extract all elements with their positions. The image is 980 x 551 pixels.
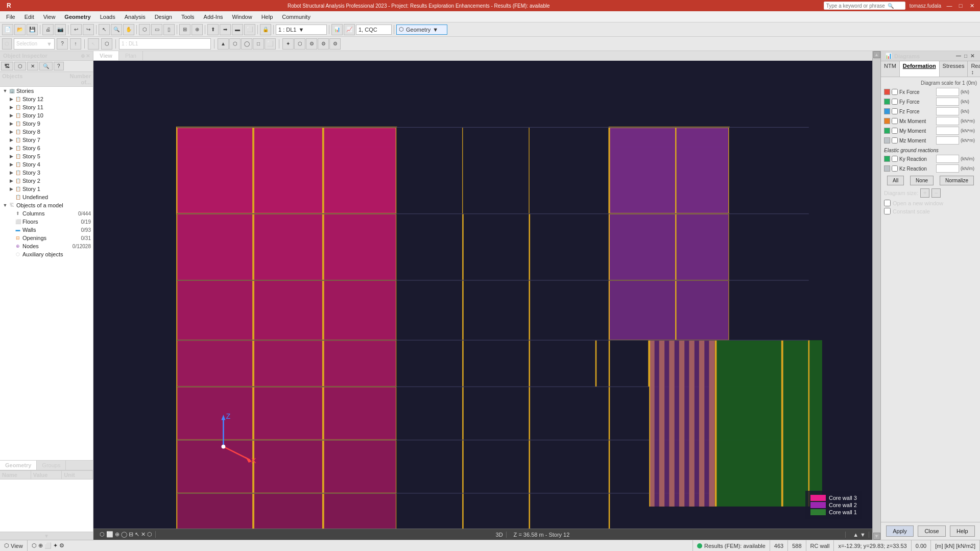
- results-button[interactable]: 📊: [331, 24, 343, 35]
- screenshot-button[interactable]: 📷: [55, 24, 66, 35]
- tree-model-root[interactable]: ▼ 🏗 Objects of a model: [0, 201, 93, 209]
- tb2-btn5[interactable]: ⬡: [229, 38, 241, 50]
- tb2-btn8[interactable]: ⬜: [265, 38, 276, 50]
- fz-input[interactable]: [936, 107, 959, 115]
- oi-icon1[interactable]: ⊕: [81, 53, 85, 59]
- save-button[interactable]: 💾: [27, 24, 38, 35]
- scroll-down[interactable]: ▼: [0, 532, 93, 540]
- scroll-down-btn[interactable]: ▼: [873, 533, 880, 540]
- zoom-button[interactable]: 🔍: [111, 24, 122, 35]
- menu-window[interactable]: Window: [228, 13, 256, 21]
- tb2-btn9[interactable]: ✦: [282, 38, 294, 50]
- menu-geometry[interactable]: Geometry: [60, 13, 94, 21]
- oi-tab4[interactable]: 🔍: [39, 62, 53, 70]
- tb2-btn13[interactable]: ⚙: [329, 38, 341, 50]
- oi-tab1[interactable]: 🏗: [1, 62, 13, 70]
- new-button[interactable]: 📄: [2, 24, 13, 35]
- fx-checkbox[interactable]: [892, 89, 898, 95]
- menu-design[interactable]: Design: [151, 13, 176, 21]
- menu-analysis[interactable]: Analysis: [121, 13, 150, 21]
- open-button[interactable]: 📂: [14, 24, 26, 35]
- size-minus-btn[interactable]: −: [931, 188, 941, 198]
- front-view-button[interactable]: ▭: [151, 24, 162, 35]
- all-button[interactable]: All: [887, 176, 904, 185]
- wall-button[interactable]: ▬: [232, 24, 243, 35]
- undo-button[interactable]: ↩: [70, 24, 82, 35]
- scroll-up-btn[interactable]: ▲: [873, 51, 880, 58]
- menu-tools[interactable]: Tools: [177, 13, 199, 21]
- mx-checkbox[interactable]: [892, 118, 898, 124]
- selection-combo[interactable]: Selection ▼: [14, 38, 55, 50]
- ky-input[interactable]: [936, 155, 959, 163]
- tb2-btn10[interactable]: ⬡: [294, 38, 305, 50]
- 3d-view-button[interactable]: ⬡: [139, 24, 150, 35]
- close-button[interactable]: ✕: [968, 2, 976, 10]
- tab-groups[interactable]: Groups: [37, 461, 66, 470]
- mz-input[interactable]: [936, 136, 959, 145]
- tb2-btn12[interactable]: ⚙: [318, 38, 329, 50]
- column-button[interactable]: ⬆: [207, 24, 219, 35]
- normalize-button[interactable]: Normalize: [940, 176, 974, 185]
- story12-expander[interactable]: ▶: [8, 97, 14, 102]
- redo-button[interactable]: ↪: [83, 24, 94, 35]
- kz-input[interactable]: [936, 164, 959, 173]
- print-button[interactable]: 🖨: [42, 24, 54, 35]
- side-view-button[interactable]: ▯: [163, 24, 175, 35]
- menu-edit[interactable]: Edit: [20, 13, 38, 21]
- lock-button[interactable]: 🔒: [260, 24, 271, 35]
- grid-button[interactable]: ⊞: [179, 24, 190, 35]
- tb2-btn1[interactable]: ?: [57, 38, 68, 50]
- tree-auxiliary[interactable]: ⬡ Auxiliary objects: [0, 250, 93, 258]
- my-checkbox[interactable]: [892, 128, 898, 134]
- scroll-arrows[interactable]: ▲ ▼: [850, 532, 869, 538]
- tree-story-1[interactable]: ▶ 📋 Story 1: [0, 185, 93, 193]
- apply-button[interactable]: Apply: [886, 525, 914, 537]
- tree-story-2[interactable]: ▶ 📋 Story 2: [0, 177, 93, 185]
- tree-story-10[interactable]: ▶ 📋 Story 10: [0, 111, 93, 119]
- tab-plan[interactable]: Plan: [119, 51, 143, 60]
- tree-area[interactable]: ▼ 🏢 Stories ▶ 📋 Story 12 ▶ 📋 Story 11 ▶ …: [0, 87, 93, 460]
- menu-view[interactable]: View: [39, 13, 60, 21]
- floor-button[interactable]: ⬜: [244, 24, 255, 35]
- tree-undefined[interactable]: 📋 Undefined: [0, 193, 93, 201]
- menu-help[interactable]: Help: [257, 13, 277, 21]
- tree-story-9[interactable]: ▶ 📋 Story 9: [0, 119, 93, 128]
- tree-story-4[interactable]: ▶ 📋 Story 4: [0, 160, 93, 169]
- tree-story-7[interactable]: ▶ 📋 Story 7: [0, 136, 93, 144]
- kz-checkbox[interactable]: [892, 165, 898, 172]
- snap-button[interactable]: ⊕: [192, 24, 203, 35]
- tree-story-11[interactable]: ▶ 📋 Story 11: [0, 103, 93, 111]
- tree-story-12[interactable]: ▶ 📋 Story 12: [0, 95, 93, 103]
- tree-stories-root[interactable]: ▼ 🏢 Stories: [0, 87, 93, 95]
- model-expander[interactable]: ▼: [2, 203, 8, 208]
- none-button[interactable]: None: [910, 176, 934, 185]
- beam-button[interactable]: ➡: [220, 24, 231, 35]
- vertical-scrollbar[interactable]: ▲ ▼: [872, 51, 880, 540]
- fz-checkbox[interactable]: [892, 108, 898, 114]
- canvas-area[interactable]: Z X Core wall 3 Core wall 2: [93, 61, 872, 540]
- stories-expander[interactable]: ▼: [2, 88, 8, 93]
- tab-geometry[interactable]: Geometry: [0, 461, 37, 470]
- help-button[interactable]: Help: [950, 525, 975, 537]
- tree-story-6[interactable]: ▶ 📋 Story 6: [0, 144, 93, 152]
- oi-tab3[interactable]: ✕: [27, 62, 38, 70]
- tree-columns[interactable]: ⬆ Columns 0/444: [0, 209, 93, 218]
- tab-stresses[interactable]: Stresses: [940, 61, 968, 77]
- constant-scale-checkbox[interactable]: [884, 208, 891, 214]
- diagrams-restore-btn[interactable]: □: [963, 53, 969, 59]
- open-new-window-checkbox[interactable]: [884, 200, 891, 206]
- tb2-btn4[interactable]: ▲: [218, 38, 229, 50]
- tree-walls[interactable]: ▬ Walls 0/93: [0, 226, 93, 234]
- tb2-btn3[interactable]: ⬡: [101, 38, 112, 50]
- tree-story-5[interactable]: ▶ 📋 Story 5: [0, 152, 93, 160]
- tb2-btn2[interactable]: ↑: [70, 38, 81, 50]
- menu-file[interactable]: File: [2, 13, 19, 21]
- oi-tab5[interactable]: ?: [54, 62, 64, 70]
- size-plus-btn[interactable]: +: [920, 188, 929, 198]
- minimize-button[interactable]: —: [945, 2, 953, 10]
- mz-checkbox[interactable]: [892, 137, 898, 143]
- tb2-btn11[interactable]: ⚙: [306, 38, 317, 50]
- diagrams-minimize-btn[interactable]: —: [954, 53, 963, 59]
- cqc-combo[interactable]: 1, CQC: [356, 25, 392, 35]
- mx-input[interactable]: [936, 117, 959, 125]
